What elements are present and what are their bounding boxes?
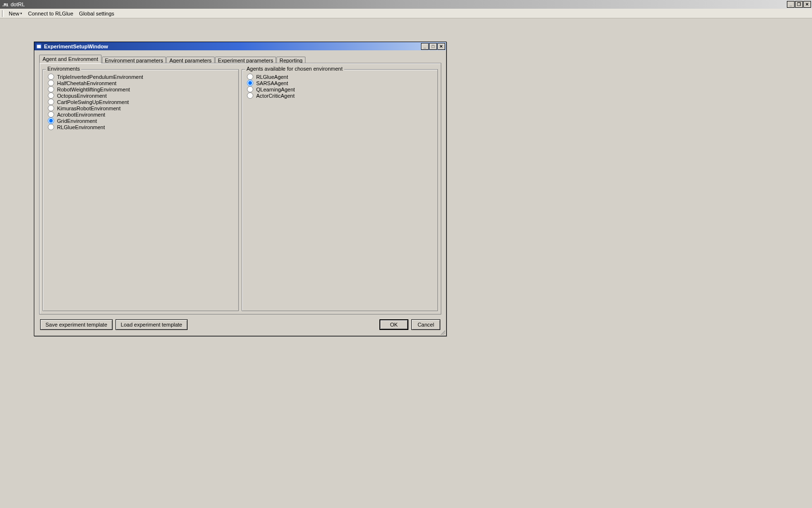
environment-item[interactable]: HalfCheetahEnvironment [48, 80, 233, 86]
agent-radio[interactable] [247, 74, 253, 80]
environment-label: HalfCheetahEnvironment [57, 80, 116, 86]
child-minimize-button[interactable]: _ [421, 43, 429, 50]
environment-radio[interactable] [48, 111, 54, 118]
environment-radio[interactable] [48, 80, 54, 86]
environment-item[interactable]: CartPoleSwingUpEnvironment [48, 99, 233, 105]
agent-label: ActorCriticAgent [256, 93, 294, 99]
menubar: New ▾ Connect to RLGlue Global settings [0, 9, 812, 18]
main-maximize-button[interactable]: ❐ [795, 1, 803, 8]
menu-new-label: New [9, 11, 19, 16]
agent-item[interactable]: SARSAAgent [247, 80, 433, 86]
environment-item[interactable]: AcrobotEnvironment [48, 111, 233, 118]
button-label: OK [390, 322, 398, 328]
environment-item[interactable]: RLGlueEnvironment [48, 124, 233, 130]
agents-legend: Agents available for chosen environment [245, 66, 344, 72]
dropdown-caret-icon: ▾ [20, 12, 22, 15]
bottom-button-bar: Save experiment template Load experiment… [39, 314, 441, 331]
environment-item[interactable]: GridEnvironment [48, 118, 233, 124]
button-label: Cancel [418, 322, 434, 328]
tab-panel-agent-environment: Environments TripleInvertedPendulumEnvir… [39, 63, 441, 314]
child-maximize-button[interactable]: □ [429, 43, 437, 50]
environment-label: RobotWeightliftingEnvironment [57, 87, 130, 92]
agent-radio[interactable] [247, 92, 253, 99]
tab-agent-environment[interactable]: Agent and Environment [39, 55, 102, 63]
tab-strip: Agent and Environment Environment parame… [39, 53, 441, 63]
experiment-setup-window: ExperimentSetupWindow _ □ ✕ Agent and En… [34, 42, 447, 336]
environment-label: RLGlueEnvironment [57, 124, 105, 130]
tab-label: Agent and Environment [43, 56, 98, 62]
menu-connect-rlglue[interactable]: Connect to RLGlue [25, 10, 76, 17]
environment-radio[interactable] [48, 118, 54, 124]
ok-button[interactable]: OK [379, 319, 408, 330]
button-label: Load experiment template [121, 322, 182, 328]
environment-label: CartPoleSwingUpEnvironment [57, 99, 129, 105]
environment-label: AcrobotEnvironment [57, 112, 105, 118]
button-label: Save experiment template [45, 322, 107, 328]
app-icon: .RL [2, 1, 9, 8]
environments-radio-list: TripleInvertedPendulumEnvironmentHalfChe… [48, 74, 233, 130]
agent-label: SARSAAgent [256, 80, 288, 86]
agent-item[interactable]: QLearningAgent [247, 86, 433, 92]
agent-item[interactable]: RLGlueAgent [247, 74, 433, 80]
mdi-client-area: ExperimentSetupWindow _ □ ✕ Agent and En… [0, 18, 812, 508]
environment-label: KimurasRobotEnvironment [57, 105, 120, 111]
agent-label: RLGlueAgent [256, 74, 288, 80]
main-close-button[interactable]: ✕ [803, 1, 811, 8]
menu-global-settings[interactable]: Global settings [76, 10, 117, 17]
child-window-title: ExperimentSetupWindow [44, 44, 108, 49]
agent-radio[interactable] [247, 86, 253, 92]
svg-rect-2 [37, 44, 41, 45]
svg-text:.RL: .RL [2, 2, 8, 7]
environment-label: TripleInvertedPendulumEnvironment [57, 74, 143, 80]
resize-grip-icon[interactable] [439, 329, 445, 335]
load-template-button[interactable]: Load experiment template [116, 319, 188, 330]
main-minimize-button[interactable]: _ [787, 1, 795, 8]
agent-radio[interactable] [247, 80, 253, 86]
toolbar-grip [2, 10, 4, 17]
app-title: dotRL [11, 1, 25, 7]
child-window-icon [36, 44, 42, 49]
main-titlebar: .RL dotRL _ ❐ ✕ [0, 0, 812, 9]
environment-radio[interactable] [48, 124, 54, 130]
environment-radio[interactable] [48, 86, 54, 92]
environment-item[interactable]: TripleInvertedPendulumEnvironment [48, 74, 233, 80]
child-titlebar[interactable]: ExperimentSetupWindow _ □ ✕ [34, 42, 446, 50]
save-template-button[interactable]: Save experiment template [40, 319, 113, 330]
menu-connect-label: Connect to RLGlue [28, 11, 73, 16]
environment-radio[interactable] [48, 105, 54, 111]
agent-label: QLearningAgent [256, 87, 295, 92]
environment-radio[interactable] [48, 74, 54, 80]
agents-radio-list: RLGlueAgentSARSAAgentQLearningAgentActor… [247, 74, 433, 99]
cancel-button[interactable]: Cancel [411, 319, 440, 330]
menu-new[interactable]: New ▾ [6, 10, 25, 17]
environment-item[interactable]: KimurasRobotEnvironment [48, 105, 233, 111]
environments-groupbox: Environments TripleInvertedPendulumEnvir… [43, 69, 239, 311]
agents-groupbox: Agents available for chosen environment … [242, 69, 438, 311]
environment-item[interactable]: OctopusEnvironment [48, 92, 233, 99]
environment-item[interactable]: RobotWeightliftingEnvironment [48, 86, 233, 92]
environment-label: GridEnvironment [57, 118, 97, 124]
child-close-button[interactable]: ✕ [437, 43, 445, 50]
environment-radio[interactable] [48, 99, 54, 105]
environments-legend: Environments [46, 66, 81, 72]
agent-item[interactable]: ActorCriticAgent [247, 92, 433, 99]
environment-radio[interactable] [48, 92, 54, 99]
menu-global-label: Global settings [79, 11, 115, 16]
environment-label: OctopusEnvironment [57, 93, 107, 99]
